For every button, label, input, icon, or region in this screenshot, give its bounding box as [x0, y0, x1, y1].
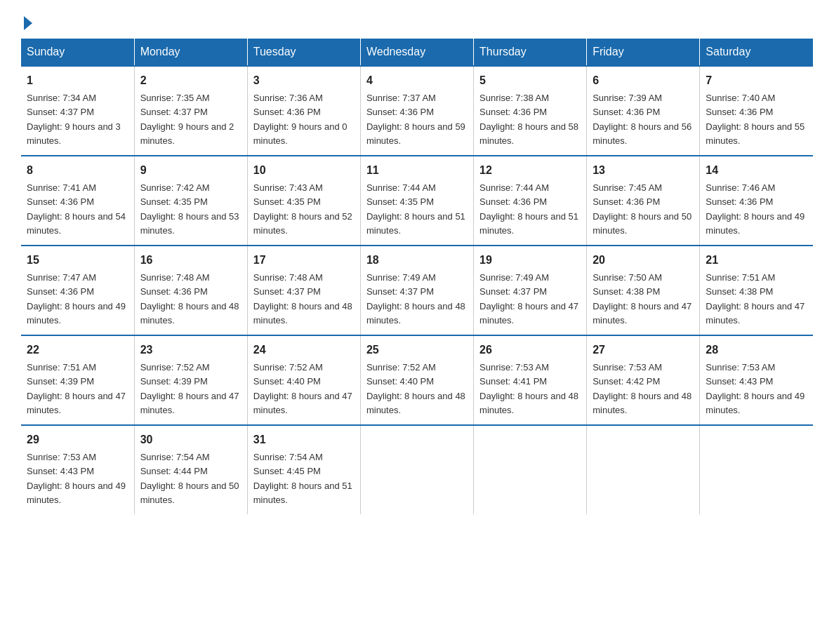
calendar-week-row: 1 Sunrise: 7:34 AMSunset: 4:37 PMDayligh… [21, 66, 813, 156]
day-number: 19 [479, 252, 581, 269]
calendar-week-row: 22 Sunrise: 7:51 AMSunset: 4:39 PMDaylig… [21, 335, 813, 425]
logo [21, 14, 32, 32]
day-info: Sunrise: 7:52 AMSunset: 4:40 PMDaylight:… [253, 362, 352, 415]
calendar-cell: 4 Sunrise: 7:37 AMSunset: 4:36 PMDayligh… [360, 66, 473, 156]
day-number: 17 [253, 252, 355, 269]
day-number: 14 [706, 162, 807, 179]
calendar-header-wednesday: Wednesday [360, 39, 473, 66]
day-info: Sunrise: 7:53 AMSunset: 4:42 PMDaylight:… [593, 362, 691, 415]
calendar-cell: 22 Sunrise: 7:51 AMSunset: 4:39 PMDaylig… [21, 335, 134, 425]
day-number: 15 [27, 252, 128, 269]
calendar-header-thursday: Thursday [474, 39, 587, 66]
calendar-header-row: SundayMondayTuesdayWednesdayThursdayFrid… [21, 39, 813, 66]
day-number: 25 [366, 342, 468, 358]
day-info: Sunrise: 7:39 AMSunset: 4:36 PMDaylight:… [593, 93, 691, 146]
calendar-cell: 14 Sunrise: 7:46 AMSunset: 4:36 PMDaylig… [700, 156, 813, 246]
day-info: Sunrise: 7:51 AMSunset: 4:38 PMDaylight:… [706, 272, 805, 326]
day-number: 9 [140, 162, 241, 179]
day-info: Sunrise: 7:53 AMSunset: 4:41 PMDaylight:… [479, 362, 578, 415]
day-info: Sunrise: 7:49 AMSunset: 4:37 PMDaylight:… [479, 272, 578, 326]
calendar-week-row: 8 Sunrise: 7:41 AMSunset: 4:36 PMDayligh… [21, 156, 813, 246]
day-info: Sunrise: 7:34 AMSunset: 4:37 PMDaylight:… [27, 93, 121, 146]
day-number: 5 [479, 72, 581, 89]
calendar-cell [700, 425, 813, 514]
day-info: Sunrise: 7:53 AMSunset: 4:43 PMDaylight:… [27, 452, 126, 505]
calendar-cell: 8 Sunrise: 7:41 AMSunset: 4:36 PMDayligh… [21, 156, 134, 246]
calendar-header-friday: Friday [587, 39, 700, 66]
day-info: Sunrise: 7:37 AMSunset: 4:36 PMDaylight:… [366, 93, 465, 146]
day-info: Sunrise: 7:41 AMSunset: 4:36 PMDaylight:… [27, 182, 126, 236]
calendar-cell: 7 Sunrise: 7:40 AMSunset: 4:36 PMDayligh… [700, 66, 813, 156]
day-number: 10 [253, 162, 355, 179]
day-number: 12 [479, 162, 581, 179]
day-info: Sunrise: 7:46 AMSunset: 4:36 PMDaylight:… [706, 182, 805, 236]
day-number: 27 [593, 342, 694, 358]
calendar-table: SundayMondayTuesdayWednesdayThursdayFrid… [21, 39, 813, 514]
calendar-cell: 23 Sunrise: 7:52 AMSunset: 4:39 PMDaylig… [134, 335, 247, 425]
day-info: Sunrise: 7:53 AMSunset: 4:43 PMDaylight:… [706, 362, 805, 415]
day-info: Sunrise: 7:40 AMSunset: 4:36 PMDaylight:… [706, 93, 805, 146]
day-number: 18 [366, 252, 468, 269]
day-info: Sunrise: 7:38 AMSunset: 4:36 PMDaylight:… [479, 93, 578, 146]
day-number: 24 [253, 342, 355, 358]
day-number: 2 [140, 72, 241, 89]
day-number: 20 [593, 252, 694, 269]
calendar-header-saturday: Saturday [700, 39, 813, 66]
calendar-cell: 11 Sunrise: 7:44 AMSunset: 4:35 PMDaylig… [360, 156, 473, 246]
day-number: 7 [706, 72, 807, 89]
calendar-cell: 6 Sunrise: 7:39 AMSunset: 4:36 PMDayligh… [587, 66, 700, 156]
calendar-cell: 27 Sunrise: 7:53 AMSunset: 4:42 PMDaylig… [587, 335, 700, 425]
calendar-cell: 10 Sunrise: 7:43 AMSunset: 4:35 PMDaylig… [247, 156, 360, 246]
day-number: 21 [706, 252, 807, 269]
day-info: Sunrise: 7:43 AMSunset: 4:35 PMDaylight:… [253, 182, 352, 236]
day-info: Sunrise: 7:44 AMSunset: 4:35 PMDaylight:… [366, 182, 465, 236]
calendar-cell: 18 Sunrise: 7:49 AMSunset: 4:37 PMDaylig… [360, 246, 473, 335]
calendar-header-sunday: Sunday [21, 39, 134, 66]
day-number: 30 [140, 431, 241, 448]
calendar-cell: 26 Sunrise: 7:53 AMSunset: 4:41 PMDaylig… [474, 335, 587, 425]
calendar-header-monday: Monday [134, 39, 247, 66]
calendar-cell [587, 425, 700, 514]
day-info: Sunrise: 7:48 AMSunset: 4:37 PMDaylight:… [253, 272, 352, 326]
page-header [21, 14, 813, 32]
day-number: 29 [27, 431, 128, 448]
day-number: 28 [706, 342, 807, 358]
day-number: 8 [27, 162, 128, 179]
day-info: Sunrise: 7:51 AMSunset: 4:39 PMDaylight:… [27, 362, 126, 415]
calendar-cell: 1 Sunrise: 7:34 AMSunset: 4:37 PMDayligh… [21, 66, 134, 156]
day-info: Sunrise: 7:54 AMSunset: 4:45 PMDaylight:… [253, 452, 352, 505]
calendar-cell [474, 425, 587, 514]
day-info: Sunrise: 7:35 AMSunset: 4:37 PMDaylight:… [140, 93, 234, 146]
day-number: 31 [253, 431, 355, 448]
calendar-cell: 21 Sunrise: 7:51 AMSunset: 4:38 PMDaylig… [700, 246, 813, 335]
calendar-header-tuesday: Tuesday [247, 39, 360, 66]
calendar-cell [360, 425, 473, 514]
calendar-cell: 9 Sunrise: 7:42 AMSunset: 4:35 PMDayligh… [134, 156, 247, 246]
day-info: Sunrise: 7:48 AMSunset: 4:36 PMDaylight:… [140, 272, 239, 326]
day-info: Sunrise: 7:52 AMSunset: 4:39 PMDaylight:… [140, 362, 239, 415]
day-info: Sunrise: 7:52 AMSunset: 4:40 PMDaylight:… [366, 362, 465, 415]
day-number: 11 [366, 162, 468, 179]
calendar-cell: 5 Sunrise: 7:38 AMSunset: 4:36 PMDayligh… [474, 66, 587, 156]
day-info: Sunrise: 7:42 AMSunset: 4:35 PMDaylight:… [140, 182, 239, 236]
calendar-cell: 15 Sunrise: 7:47 AMSunset: 4:36 PMDaylig… [21, 246, 134, 335]
calendar-cell: 12 Sunrise: 7:44 AMSunset: 4:36 PMDaylig… [474, 156, 587, 246]
calendar-cell: 29 Sunrise: 7:53 AMSunset: 4:43 PMDaylig… [21, 425, 134, 514]
calendar-cell: 25 Sunrise: 7:52 AMSunset: 4:40 PMDaylig… [360, 335, 473, 425]
day-number: 16 [140, 252, 241, 269]
calendar-cell: 17 Sunrise: 7:48 AMSunset: 4:37 PMDaylig… [247, 246, 360, 335]
day-number: 23 [140, 342, 241, 358]
day-info: Sunrise: 7:36 AMSunset: 4:36 PMDaylight:… [253, 93, 348, 146]
calendar-cell: 24 Sunrise: 7:52 AMSunset: 4:40 PMDaylig… [247, 335, 360, 425]
calendar-week-row: 29 Sunrise: 7:53 AMSunset: 4:43 PMDaylig… [21, 425, 813, 514]
day-info: Sunrise: 7:54 AMSunset: 4:44 PMDaylight:… [140, 452, 239, 505]
day-info: Sunrise: 7:47 AMSunset: 4:36 PMDaylight:… [27, 272, 126, 326]
day-info: Sunrise: 7:50 AMSunset: 4:38 PMDaylight:… [593, 272, 691, 326]
day-info: Sunrise: 7:49 AMSunset: 4:37 PMDaylight:… [366, 272, 465, 326]
day-number: 13 [593, 162, 694, 179]
day-info: Sunrise: 7:45 AMSunset: 4:36 PMDaylight:… [593, 182, 691, 236]
calendar-cell: 3 Sunrise: 7:36 AMSunset: 4:36 PMDayligh… [247, 66, 360, 156]
calendar-cell: 16 Sunrise: 7:48 AMSunset: 4:36 PMDaylig… [134, 246, 247, 335]
day-number: 6 [593, 72, 694, 89]
calendar-cell: 30 Sunrise: 7:54 AMSunset: 4:44 PMDaylig… [134, 425, 247, 514]
